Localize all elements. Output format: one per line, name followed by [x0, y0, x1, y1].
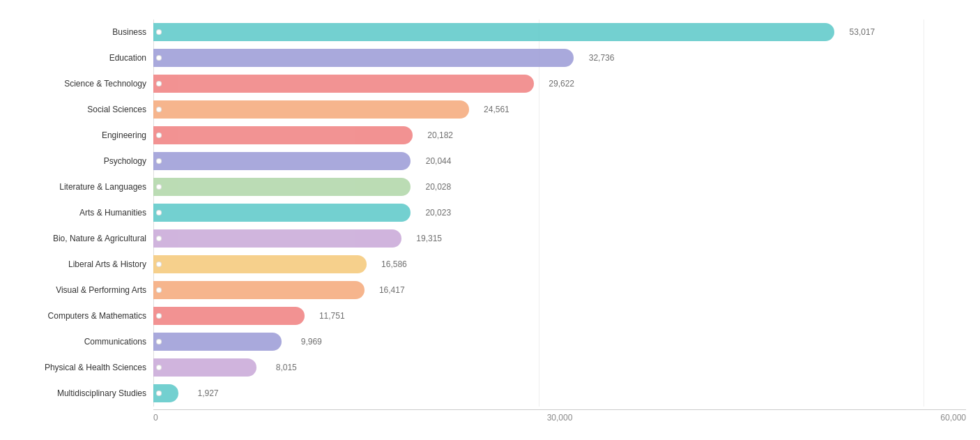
bar-row: Multidisciplinary Studies1,927 — [14, 381, 966, 406]
bar-row: Physical & Health Sciences8,015 — [14, 355, 966, 380]
x-tick-60000: 60,000 — [940, 413, 966, 423]
bar-label: Computers & Mathematics — [14, 311, 153, 321]
bar-value: 16,417 — [379, 285, 405, 295]
bar-label: Visual & Performing Arts — [14, 285, 153, 295]
bar-row: Engineering20,182 — [14, 123, 966, 148]
bar-row: Psychology20,044 — [14, 149, 966, 174]
bar-row: Education32,736 — [14, 45, 966, 70]
bar-value: 24,561 — [484, 105, 510, 114]
chart-container: Business53,017Education32,736Science & T… — [0, 0, 980, 440]
bar-label: Literature & Languages — [14, 182, 153, 192]
bar-label: Psychology — [14, 156, 153, 166]
bar-value: 29,622 — [549, 79, 574, 89]
bar-value: 16,586 — [381, 259, 407, 269]
bar-fill: 9,969 — [153, 333, 282, 351]
bar-fill: 8,015 — [153, 358, 257, 377]
bar-value: 32,736 — [589, 53, 615, 63]
x-tick-0: 0 — [153, 413, 158, 423]
bar-fill: 32,736 — [153, 49, 574, 67]
bar-value: 11,751 — [319, 311, 345, 321]
bar-fill: 19,315 — [153, 229, 401, 248]
bar-fill: 53,017 — [153, 23, 834, 41]
bar-fill: 29,622 — [153, 75, 534, 93]
bar-label: Education — [14, 53, 153, 63]
bar-label: Bio, Nature & Agricultural — [14, 234, 153, 243]
bar-fill: 16,586 — [153, 255, 367, 273]
bar-label: Science & Technology — [14, 79, 153, 89]
x-tick-30000: 30,000 — [547, 413, 573, 423]
bar-value: 20,023 — [425, 208, 451, 218]
bar-value: 20,044 — [426, 156, 452, 166]
bar-label: Communications — [14, 337, 153, 347]
bar-row: Computers & Mathematics11,751 — [14, 303, 966, 328]
bar-value: 20,028 — [425, 182, 451, 192]
bar-value: 19,315 — [416, 234, 442, 243]
bar-fill: 24,561 — [153, 100, 469, 119]
bar-fill: 11,751 — [153, 307, 305, 325]
bar-row: Arts & Humanities20,023 — [14, 200, 966, 225]
bar-row: Social Sciences24,561 — [14, 97, 966, 122]
bar-label: Liberal Arts & History — [14, 259, 153, 269]
bar-label: Physical & Health Sciences — [14, 363, 153, 372]
bar-row: Communications9,969 — [14, 329, 966, 354]
bar-value: 9,969 — [301, 337, 322, 347]
bar-row: Business53,017 — [14, 20, 966, 45]
bar-row: Bio, Nature & Agricultural19,315 — [14, 226, 966, 251]
bar-value: 1,927 — [197, 388, 218, 398]
bar-label: Engineering — [14, 130, 153, 140]
bar-fill: 20,023 — [153, 204, 411, 222]
bar-value: 53,017 — [850, 27, 875, 37]
bar-fill: 20,182 — [153, 126, 413, 144]
bar-fill: 20,044 — [153, 152, 411, 170]
bar-fill: 1,927 — [153, 384, 178, 402]
bar-fill: 20,028 — [153, 178, 411, 196]
bar-value: 8,015 — [276, 363, 297, 372]
bar-row: Visual & Performing Arts16,417 — [14, 278, 966, 303]
bar-fill: 16,417 — [153, 281, 365, 299]
bar-row: Science & Technology29,622 — [14, 71, 966, 96]
bar-label: Business — [14, 27, 153, 37]
bar-value: 20,182 — [427, 130, 453, 140]
bar-row: Literature & Languages20,028 — [14, 174, 966, 199]
bar-label: Multidisciplinary Studies — [14, 388, 153, 398]
bar-label: Social Sciences — [14, 105, 153, 114]
bar-row: Liberal Arts & History16,586 — [14, 252, 966, 277]
bar-label: Arts & Humanities — [14, 208, 153, 218]
